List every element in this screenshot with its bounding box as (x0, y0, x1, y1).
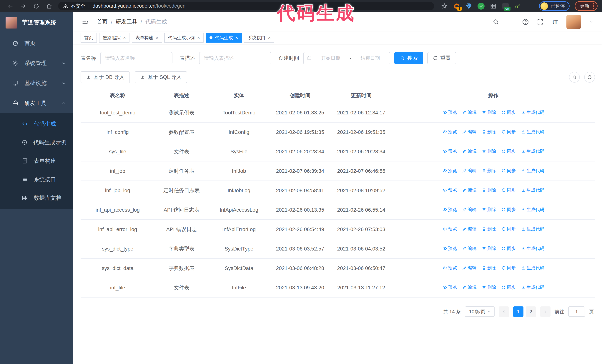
tab-form-builder[interactable]: 表单构建× (132, 33, 162, 42)
sidebar-item-infra[interactable]: 基础设施 (0, 73, 73, 93)
action-delete-link[interactable]: 删除 (482, 167, 496, 174)
grey-columns-extension-icon[interactable] (489, 2, 497, 10)
green-key-extension-icon[interactable] (514, 2, 522, 10)
action-edit-link[interactable]: 编辑 (462, 109, 477, 115)
caret-down-icon[interactable] (589, 20, 593, 24)
end-date-placeholder[interactable]: 结束日期 (354, 55, 387, 62)
action-eye-link[interactable]: 预览 (442, 148, 457, 154)
orange-c-extension-icon[interactable]: 1 (453, 2, 461, 10)
close-tab-icon[interactable]: × (123, 36, 126, 40)
import-db-button[interactable]: 基于 DB 导入 (81, 71, 130, 83)
browser-update-button[interactable]: 更新 (575, 1, 598, 11)
blue-gem-extension-icon[interactable] (465, 2, 473, 10)
address-bar[interactable]: 不安全 | dashboard.yudao.iocoder.cn/tool/co… (58, 2, 434, 10)
browser-reload-icon[interactable] (30, 1, 42, 11)
action-download-link[interactable]: 生成代码 (521, 226, 544, 232)
sidebar-item-codegen[interactable]: 代码生成 (0, 114, 73, 133)
import-sql-button[interactable]: 基于 SQL 导入 (135, 71, 187, 83)
sidebar-item-dev-tools[interactable]: 研发工具 (0, 93, 73, 113)
browser-back-icon[interactable] (4, 1, 16, 11)
action-edit-link[interactable]: 编辑 (462, 265, 477, 271)
action-sync-link[interactable]: 同步 (501, 167, 516, 174)
table-name-input[interactable] (100, 52, 172, 64)
user-avatar[interactable] (566, 15, 581, 29)
sidebar-item-db-doc[interactable]: 数据库文档 (0, 189, 73, 207)
close-tab-icon[interactable]: × (236, 36, 238, 40)
sidebar-item-form-builder[interactable]: 表单构建 (0, 152, 73, 170)
action-edit-link[interactable]: 编辑 (462, 245, 477, 252)
action-edit-link[interactable]: 编辑 (462, 187, 477, 193)
profile-chip[interactable]: 已暂停 (539, 1, 570, 11)
action-edit-link[interactable]: 编辑 (462, 129, 477, 135)
action-delete-link[interactable]: 删除 (482, 109, 496, 115)
page-button-1[interactable]: 1 (513, 306, 524, 317)
action-download-link[interactable]: 生成代码 (521, 245, 544, 252)
action-sync-link[interactable]: 同步 (501, 148, 516, 154)
tab-tracing[interactable]: 链路追踪× (99, 33, 129, 42)
action-edit-link[interactable]: 编辑 (462, 284, 477, 291)
breadcrumb-item[interactable]: 首页 (97, 18, 108, 26)
breadcrumb-item[interactable]: 研发工具 (116, 18, 137, 26)
action-download-link[interactable]: 生成代码 (521, 284, 544, 291)
prev-page-button[interactable] (499, 306, 509, 317)
action-sync-link[interactable]: 同步 (501, 245, 516, 252)
action-eye-link[interactable]: 预览 (442, 265, 457, 271)
action-eye-link[interactable]: 预览 (442, 109, 457, 115)
next-page-button[interactable] (540, 306, 550, 317)
action-download-link[interactable]: 生成代码 (521, 148, 544, 154)
action-download-link[interactable]: 生成代码 (521, 187, 544, 193)
close-tab-icon[interactable]: × (268, 36, 271, 40)
action-eye-link[interactable]: 预览 (442, 129, 457, 135)
action-eye-link[interactable]: 预览 (442, 284, 457, 291)
action-sync-link[interactable]: 同步 (501, 207, 516, 213)
action-edit-link[interactable]: 编辑 (462, 148, 477, 154)
table-desc-input[interactable] (199, 52, 271, 64)
reset-button[interactable]: 重置 (427, 52, 456, 64)
action-sync-link[interactable]: 同步 (501, 284, 516, 291)
goto-page-input[interactable] (568, 306, 585, 317)
action-eye-link[interactable]: 预览 (442, 187, 457, 193)
action-sync-link[interactable]: 同步 (501, 109, 516, 115)
question-icon[interactable] (522, 18, 529, 25)
tab-codegen[interactable]: 代码生成× (206, 33, 242, 42)
action-edit-link[interactable]: 编辑 (462, 226, 477, 232)
bookmark-star-icon[interactable] (441, 3, 448, 9)
action-edit-link[interactable]: 编辑 (462, 207, 477, 213)
green-check-extension-icon[interactable] (477, 2, 485, 10)
page-button-2[interactable]: 2 (526, 306, 536, 317)
action-sync-link[interactable]: 同步 (501, 187, 516, 193)
action-eye-link[interactable]: 预览 (442, 226, 457, 232)
security-indicator[interactable]: 不安全 (63, 3, 86, 10)
search-icon[interactable] (492, 18, 499, 25)
action-delete-link[interactable]: 删除 (482, 148, 496, 154)
search-button[interactable]: 搜索 (394, 52, 423, 64)
action-delete-link[interactable]: 删除 (482, 265, 496, 271)
font-size-icon[interactable]: tT (552, 18, 559, 25)
action-delete-link[interactable]: 删除 (482, 226, 496, 232)
action-delete-link[interactable]: 删除 (482, 207, 496, 213)
sidebar-item-home[interactable]: 首页 (0, 33, 73, 53)
sidebar-item-codegen-example[interactable]: 代码生成示例 (0, 133, 73, 152)
page-size-select[interactable]: 10条/页 (465, 306, 494, 317)
close-tab-icon[interactable]: × (156, 36, 158, 40)
toggle-search-button[interactable] (569, 72, 580, 83)
hamburger-icon[interactable] (81, 17, 89, 26)
action-eye-link[interactable]: 预览 (442, 167, 457, 174)
action-download-link[interactable]: 生成代码 (521, 207, 544, 213)
action-download-link[interactable]: 生成代码 (521, 129, 544, 135)
sidebar-item-system-api[interactable]: 系统接口 (0, 170, 73, 189)
date-range-picker[interactable]: 开始日期 - 结束日期 (303, 52, 390, 64)
action-download-link[interactable]: 生成代码 (521, 265, 544, 271)
sidebar-item-system[interactable]: 系统管理 (0, 53, 73, 73)
github-icon[interactable] (507, 18, 514, 25)
browser-home-icon[interactable] (43, 1, 55, 11)
action-download-link[interactable]: 生成代码 (521, 167, 544, 174)
close-tab-icon[interactable]: × (197, 36, 200, 40)
action-delete-link[interactable]: 删除 (482, 284, 496, 291)
browser-menu-icon[interactable] (593, 3, 594, 9)
action-delete-link[interactable]: 删除 (482, 187, 496, 193)
action-edit-link[interactable]: 编辑 (462, 167, 477, 174)
tab-home[interactable]: 首页 (81, 33, 97, 42)
tab-system-api[interactable]: 系统接口× (244, 33, 274, 42)
browser-forward-icon[interactable] (17, 1, 29, 11)
